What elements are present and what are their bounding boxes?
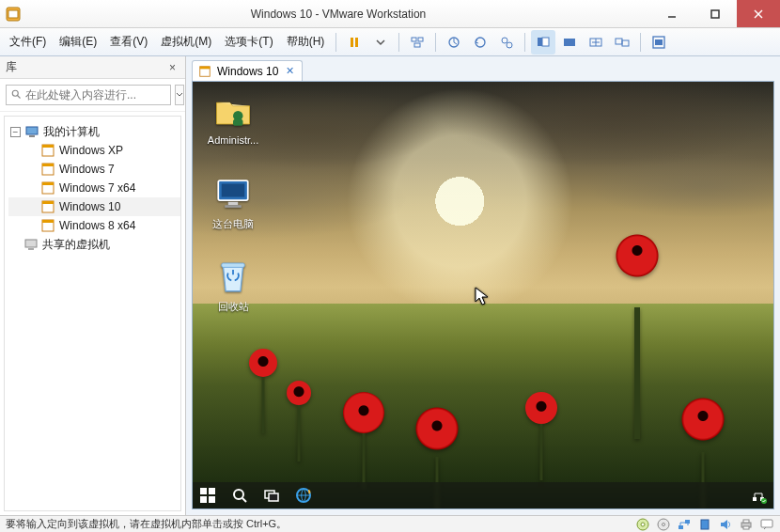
- svg-rect-68: [743, 520, 749, 523]
- svg-rect-50: [200, 496, 207, 503]
- tree-root-my-computer[interactable]: − 我的计算机: [8, 122, 180, 141]
- task-view-icon[interactable]: [262, 486, 281, 505]
- svg-point-23: [12, 90, 18, 96]
- svg-rect-3: [711, 10, 719, 18]
- menu-file[interactable]: 文件(F): [4, 30, 52, 54]
- svg-rect-30: [42, 164, 54, 166]
- svg-rect-26: [29, 135, 35, 137]
- start-button[interactable]: [198, 486, 217, 505]
- collapse-icon[interactable]: −: [10, 127, 21, 137]
- status-printer-icon[interactable]: [739, 517, 754, 532]
- wallpaper-flower: [585, 204, 689, 307]
- tab-close-button[interactable]: ✕: [284, 65, 296, 77]
- menu-help[interactable]: 帮助(H): [281, 30, 331, 54]
- sidebar-close-button[interactable]: ×: [165, 61, 179, 74]
- separator: [524, 33, 525, 52]
- desktop-icon-this-pc[interactable]: 这台电脑: [198, 174, 268, 231]
- svg-rect-69: [743, 526, 749, 529]
- show-thumbnail-button[interactable]: [557, 30, 582, 55]
- tab-windows-10[interactable]: Windows 10 ✕: [192, 60, 303, 81]
- svg-rect-45: [228, 202, 239, 206]
- vm-icon: [40, 162, 55, 177]
- maximize-button[interactable]: [694, 0, 737, 27]
- sidebar-title: 库: [6, 59, 165, 75]
- send-ctrl-alt-del-button[interactable]: [405, 30, 429, 55]
- svg-rect-7: [355, 38, 358, 47]
- svg-rect-25: [26, 127, 38, 134]
- desktop-icon-administrator[interactable]: Administr...: [198, 91, 268, 146]
- stretch-button[interactable]: [584, 30, 608, 55]
- tree-item-windows-7-x64[interactable]: Windows 7 x64: [8, 179, 180, 197]
- svg-point-52: [234, 490, 243, 499]
- menu-edit[interactable]: 编辑(E): [54, 30, 102, 54]
- svg-rect-34: [42, 201, 54, 204]
- shared-icon: [23, 237, 39, 252]
- svg-rect-42: [233, 119, 243, 126]
- search-dropdown[interactable]: [175, 85, 184, 105]
- fullscreen-button[interactable]: [647, 30, 671, 55]
- vm-icon: [40, 218, 55, 233]
- vm-icon: [40, 180, 55, 196]
- svg-rect-57: [753, 497, 757, 501]
- separator: [435, 33, 436, 52]
- minimize-button[interactable]: [650, 0, 694, 27]
- status-cd-icon[interactable]: [656, 517, 671, 532]
- pause-button[interactable]: [342, 30, 367, 55]
- snapshot-button[interactable]: [442, 30, 466, 55]
- content-area: Windows 10 ✕ Administr... 这台电脑: [186, 56, 780, 515]
- svg-rect-51: [209, 496, 215, 503]
- status-disk-icon[interactable]: [635, 517, 650, 532]
- revert-snapshot-button[interactable]: [468, 30, 492, 55]
- status-usb-icon[interactable]: [697, 517, 712, 532]
- close-button[interactable]: [737, 0, 780, 27]
- window-titlebar: Windows 10 - VMware Workstation: [0, 0, 780, 28]
- tree-shared-vms[interactable]: 共享的虚拟机: [8, 235, 180, 254]
- svg-rect-48: [200, 488, 207, 494]
- multi-monitor-button[interactable]: [610, 30, 634, 55]
- vm-tree: − 我的计算机 Windows XP Windows 7 Windows 7 x…: [4, 116, 181, 511]
- status-message-icon[interactable]: [759, 517, 774, 532]
- tree-item-windows-7[interactable]: Windows 7: [8, 160, 180, 179]
- svg-rect-1: [8, 10, 18, 18]
- status-bar: 要将输入定向到该虚拟机，请在虚拟机内部单击或按 Ctrl+G。: [0, 515, 780, 532]
- desktop-icon-recycle-bin[interactable]: 回收站: [198, 257, 268, 314]
- svg-rect-19: [616, 39, 622, 44]
- guest-taskbar[interactable]: [193, 482, 773, 509]
- menu-tabs[interactable]: 选项卡(T): [219, 30, 278, 54]
- window-title: Windows 10 - VMware Workstation: [26, 8, 650, 21]
- search-input[interactable]: [25, 88, 166, 102]
- search-icon: [10, 88, 22, 102]
- ie-icon[interactable]: [294, 486, 313, 505]
- wallpaper-flower: [525, 392, 557, 424]
- svg-rect-40: [200, 66, 211, 69]
- tree-item-windows-8-x64[interactable]: Windows 8 x64: [8, 216, 180, 235]
- tree-item-windows-10[interactable]: Windows 10: [8, 197, 180, 216]
- vm-tab-icon: [198, 65, 211, 78]
- svg-rect-28: [42, 145, 54, 148]
- separator: [640, 33, 641, 52]
- status-network-icon[interactable]: [677, 517, 692, 532]
- svg-line-24: [18, 95, 21, 98]
- power-dropdown[interactable]: [368, 30, 393, 55]
- desktop-icon-label: Administr...: [198, 134, 268, 146]
- snapshot-manager-button[interactable]: [494, 30, 519, 55]
- wallpaper-flower: [670, 386, 736, 452]
- svg-point-63: [663, 523, 665, 525]
- tray-network-icon[interactable]: [749, 486, 768, 505]
- status-sound-icon[interactable]: [718, 517, 733, 532]
- menu-view[interactable]: 查看(V): [104, 30, 153, 54]
- svg-line-53: [242, 498, 246, 502]
- computer-icon: [213, 174, 253, 213]
- search-input-container[interactable]: [6, 85, 171, 105]
- vm-display[interactable]: Administr... 这台电脑 回收站: [192, 81, 774, 509]
- computer-icon: [24, 124, 39, 139]
- taskbar-search-icon[interactable]: [230, 486, 249, 505]
- svg-rect-38: [28, 248, 34, 250]
- svg-rect-20: [622, 40, 629, 46]
- menu-vm[interactable]: 虚拟机(M): [155, 30, 217, 54]
- show-console-button[interactable]: [531, 30, 555, 55]
- tab-label: Windows 10: [217, 65, 278, 78]
- tree-item-windows-xp[interactable]: Windows XP: [8, 141, 180, 160]
- svg-rect-6: [351, 38, 353, 47]
- svg-rect-16: [542, 38, 549, 46]
